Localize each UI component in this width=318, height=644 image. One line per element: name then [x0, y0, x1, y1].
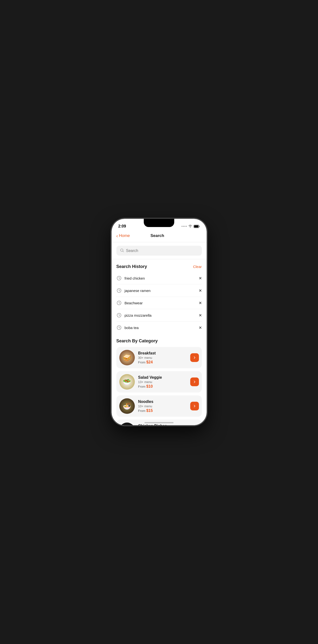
- wifi-icon: [188, 225, 192, 228]
- category-name: Salad Veggie: [138, 375, 190, 380]
- search-container: [112, 242, 207, 259]
- category-info: Breakfast 30+ menu From $24: [138, 351, 190, 364]
- category-menu-count: 10+ menu: [138, 404, 190, 408]
- remove-history-icon[interactable]: ✕: [199, 301, 202, 305]
- clock-icon: [116, 288, 122, 293]
- history-list: fried chicken ✕ japanese ramen ✕: [112, 272, 207, 334]
- category-arrow-button[interactable]: [190, 378, 199, 386]
- clear-history-button[interactable]: Clear: [193, 264, 202, 269]
- history-item-text: japanese ramen: [125, 288, 199, 293]
- category-menu-count: 13+ menu: [138, 380, 190, 384]
- back-button[interactable]: ‹ Home: [116, 233, 130, 238]
- nav-header: ‹ Home Search: [112, 230, 207, 242]
- search-bar[interactable]: [116, 246, 202, 256]
- history-item-text: pizza mozzarella: [125, 313, 199, 318]
- history-item[interactable]: Beachwear ✕: [116, 297, 202, 309]
- category-name: Breakfast: [138, 351, 190, 356]
- category-image-chicken: 🍗: [119, 422, 135, 425]
- back-label: Home: [119, 233, 130, 238]
- clock-icon: [116, 300, 122, 306]
- chevron-right-icon: [193, 380, 197, 384]
- history-item-text: boba tea: [125, 326, 199, 330]
- remove-history-icon[interactable]: ✕: [199, 288, 202, 293]
- price-value: $15: [146, 408, 153, 412]
- history-item-text: Beachwear: [125, 301, 199, 305]
- category-price: From $10: [138, 384, 190, 389]
- category-card-breakfast[interactable]: 🥪 Breakfast 30+ menu From $24: [116, 347, 202, 368]
- status-time: 2:09: [118, 224, 126, 228]
- home-indicator: [144, 422, 174, 423]
- clock-icon: [116, 312, 122, 318]
- scroll-content: ‹ Home Search: [112, 230, 207, 425]
- remove-history-icon[interactable]: ✕: [199, 326, 202, 330]
- category-name: Chicken Dishes: [138, 424, 190, 426]
- price-value: $24: [146, 360, 153, 364]
- history-item[interactable]: pizza mozzarella ✕: [116, 309, 202, 322]
- signal-dots-icon: [182, 226, 187, 227]
- category-image-breakfast: 🥪: [119, 350, 135, 365]
- category-arrow-button[interactable]: [190, 353, 199, 362]
- back-chevron-icon: ‹: [116, 233, 118, 238]
- battery-icon: [194, 225, 200, 228]
- chevron-right-icon: [193, 404, 197, 408]
- category-card-salad[interactable]: 🥗 Salad Veggie 13+ menu From $10: [116, 371, 202, 392]
- history-item[interactable]: japanese ramen ✕: [116, 284, 202, 297]
- clock-icon: [116, 276, 122, 281]
- page-title: Search: [151, 233, 164, 238]
- remove-history-icon[interactable]: ✕: [199, 276, 202, 280]
- remove-history-icon[interactable]: ✕: [199, 313, 202, 318]
- status-icons: [182, 225, 200, 228]
- search-input[interactable]: [126, 248, 198, 253]
- history-item[interactable]: fried chicken ✕: [116, 272, 202, 284]
- category-card-noodles[interactable]: 🍜 Noodles 10+ menu From $15: [116, 396, 202, 417]
- category-arrow-button[interactable]: [190, 402, 199, 410]
- category-list: 🥪 Breakfast 30+ menu From $24 🥗: [112, 347, 207, 425]
- notch: [144, 219, 174, 227]
- svg-rect-1: [194, 225, 198, 228]
- category-menu-count: 30+ menu: [138, 356, 190, 360]
- category-image-salad: 🥗: [119, 374, 135, 390]
- category-info: Noodles 10+ menu From $15: [138, 400, 190, 413]
- category-info: Chicken Dishes 10+ menu From $7: [138, 424, 190, 426]
- search-icon: [120, 248, 124, 253]
- history-item-text: fried chicken: [125, 276, 199, 280]
- clock-icon: [116, 325, 122, 330]
- price-value: $10: [146, 384, 153, 388]
- chevron-right-icon: [193, 356, 197, 360]
- search-history-header: Search History Clear: [112, 259, 207, 272]
- phone-frame: 2:09: [112, 219, 207, 425]
- history-item[interactable]: boba tea ✕: [116, 322, 202, 334]
- search-history-title: Search History: [116, 264, 147, 269]
- category-info: Salad Veggie 13+ menu From $10: [138, 375, 190, 389]
- category-name: Noodles: [138, 400, 190, 404]
- category-section-title: Search By Category: [112, 334, 207, 347]
- category-price: From $15: [138, 408, 190, 413]
- category-image-noodles: 🍜: [119, 398, 135, 414]
- category-price: From $24: [138, 360, 190, 364]
- phone-screen: 2:09: [112, 219, 207, 425]
